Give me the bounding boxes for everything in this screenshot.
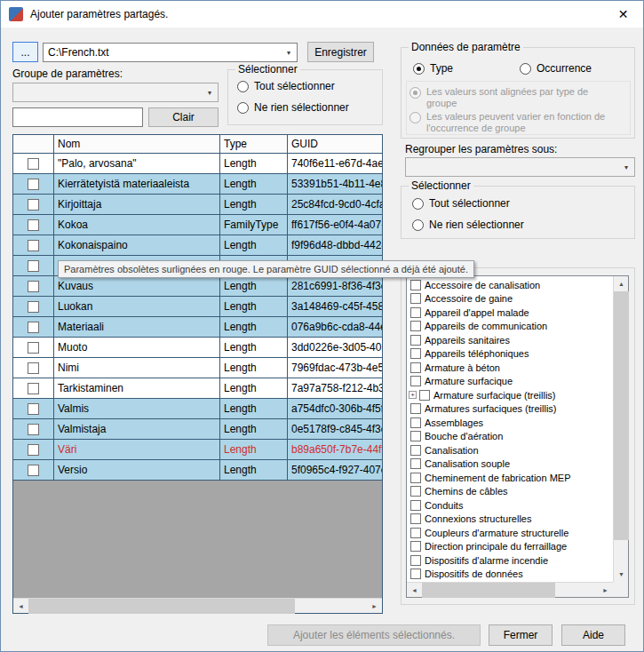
scroll-left-icon[interactable]: ◄ [13, 599, 28, 614]
table-horizontal-scrollbar[interactable]: ◄ ► [13, 598, 382, 613]
row-checkbox[interactable] [28, 322, 39, 333]
table-row[interactable]: ValmistajaLength0e5178f9-c845-4f3c- [13, 419, 382, 440]
category-item[interactable]: +Armature surfacique (treillis) [407, 388, 613, 402]
chevron-down-icon[interactable]: ▾ [281, 44, 297, 61]
column-header-type[interactable]: Type [220, 135, 288, 153]
table-row[interactable]: "Palo, arvosana"Length740f6e11-e67d-4ae7 [13, 154, 382, 174]
category-item[interactable]: Accessoire de gaine [407, 292, 613, 306]
file-path-combo[interactable]: C:\French.txt ▾ [43, 43, 298, 62]
category-checkbox[interactable] [410, 335, 421, 346]
category-checkbox[interactable] [410, 431, 421, 441]
table-row[interactable]: KokonaispainoLengthf9f96d48-dbbd-4424- [13, 235, 382, 256]
column-header-nom[interactable]: Nom [54, 135, 220, 153]
select-none-radio-left[interactable]: Ne rien sélectionner [237, 101, 349, 114]
scroll-right-icon[interactable]: ► [598, 583, 613, 598]
category-item[interactable]: Appareils sanitaires [407, 333, 613, 347]
category-item[interactable]: Appareils téléphoniques [407, 347, 613, 362]
category-item[interactable]: Canalisation [407, 443, 613, 457]
expand-icon[interactable]: + [409, 391, 417, 399]
category-checkbox[interactable] [410, 362, 421, 373]
category-item[interactable]: Dispositifs de données [407, 568, 613, 582]
row-checkbox[interactable] [28, 424, 39, 435]
row-checkbox[interactable] [28, 465, 39, 476]
table-row[interactable]: LuokanLength3a148469-c45f-458a [13, 297, 382, 317]
category-checkbox[interactable] [410, 403, 421, 414]
category-checkbox[interactable] [410, 486, 421, 497]
category-checkbox[interactable] [410, 569, 421, 579]
category-checkbox[interactable] [410, 348, 421, 359]
row-checkbox[interactable] [28, 444, 39, 456]
row-checkbox[interactable] [28, 219, 39, 231]
table-row[interactable]: MateriaaliLength076a9b6c-cda8-44e8 [13, 317, 382, 338]
row-checkbox[interactable] [28, 281, 39, 292]
row-checkbox[interactable] [28, 301, 39, 313]
chevron-down-icon[interactable]: ▾ [618, 158, 634, 176]
scrollbar-thumb[interactable] [422, 583, 555, 598]
close-dialog-button[interactable]: Fermer [489, 624, 553, 646]
table-row[interactable]: NimiLength7969fdac-473b-4e59 [13, 358, 382, 378]
category-item[interactable]: Canalisation souple [407, 457, 613, 472]
table-row[interactable]: MuotoLength3dd0226e-3d05-402a [13, 338, 382, 358]
row-checkbox[interactable] [28, 383, 39, 394]
save-button[interactable]: Enregistrer [307, 42, 374, 62]
clear-button[interactable]: Clair [148, 107, 219, 127]
radio-icon[interactable] [412, 219, 424, 231]
category-checkbox[interactable] [410, 555, 421, 566]
category-item[interactable]: Coupleurs d'armature structurelle [407, 526, 613, 540]
radio-icon[interactable] [237, 102, 249, 114]
categories-horizontal-scrollbar[interactable]: ◄ ► [407, 582, 613, 597]
category-item[interactable]: Bouche d'aération [407, 430, 613, 444]
category-checkbox[interactable] [410, 445, 421, 456]
scroll-up-icon[interactable]: ▲ [614, 276, 629, 291]
category-checkbox[interactable] [410, 321, 421, 331]
category-item[interactable]: Direction principale du ferraillage [407, 540, 613, 554]
table-row[interactable]: KirjoittajaLength25c84fcd-9cd0-4cfa- [13, 195, 382, 215]
table-row[interactable]: ValmisLengtha754dfc0-306b-4f5f-b [13, 399, 382, 419]
category-checkbox[interactable] [410, 376, 421, 386]
table-row[interactable]: KuvausLength281c6991-8f36-4f3e [13, 276, 382, 297]
category-item[interactable]: Assemblages [407, 416, 613, 430]
category-item[interactable]: Appareils de communication [407, 320, 613, 334]
scroll-down-icon[interactable]: ▼ [614, 567, 629, 582]
table-row[interactable]: Kierrätetyistä materiaaleistaLength53391… [13, 174, 382, 195]
category-item[interactable]: Chemins de câbles [407, 485, 613, 499]
radio-checked-icon[interactable] [413, 63, 425, 75]
radio-icon[interactable] [520, 63, 531, 75]
category-item[interactable]: Conduits [407, 498, 613, 513]
browse-button[interactable]: ... [12, 42, 38, 62]
row-checkbox[interactable] [28, 260, 39, 272]
row-checkbox[interactable] [28, 403, 39, 415]
scrollbar-thumb[interactable] [28, 599, 295, 614]
chevron-down-icon[interactable]: ▾ [202, 83, 218, 101]
category-item[interactable]: Armature surfacique [407, 375, 613, 389]
select-all-radio-left[interactable]: Tout sélectionner [237, 80, 335, 92]
category-item[interactable]: Armatures surfaciques (treillis) [407, 402, 613, 417]
parameter-group-combo[interactable]: ▾ [12, 83, 219, 102]
category-checkbox[interactable] [410, 417, 421, 428]
type-radio[interactable]: Type [413, 62, 453, 75]
table-row[interactable]: KokoaFamilyTypeff617f56-e0f4-4a07-a [13, 215, 382, 235]
scroll-right-icon[interactable]: ► [367, 599, 382, 614]
category-checkbox[interactable] [410, 528, 421, 538]
add-selected-button[interactable]: Ajouter les éléments sélectionnés. [267, 624, 481, 646]
category-item[interactable]: Dispositifs d'alarme incendie [407, 553, 613, 568]
select-none-radio-right[interactable]: Ne rien sélectionner [412, 219, 524, 231]
category-checkbox[interactable] [410, 473, 421, 483]
category-item[interactable]: Cheminement de fabrication MEP [407, 471, 613, 485]
radio-icon[interactable] [237, 81, 249, 92]
category-checkbox[interactable] [410, 541, 421, 552]
row-checkbox[interactable] [28, 179, 39, 190]
table-row[interactable]: TarkistaminenLength7a97a758-f212-4b3d [13, 378, 382, 399]
row-checkbox[interactable] [28, 362, 39, 374]
column-header-guid[interactable]: GUID [288, 135, 382, 153]
category-checkbox[interactable] [410, 307, 421, 318]
table-row[interactable]: VäriLengthb89a650f-7b7e-44ff-a [13, 440, 382, 460]
close-button[interactable]: ✕ [603, 1, 643, 28]
regroup-combo[interactable]: ▾ [405, 157, 635, 177]
category-checkbox[interactable] [410, 513, 421, 524]
scroll-left-icon[interactable]: ◄ [407, 583, 422, 598]
radio-icon[interactable] [412, 198, 424, 210]
row-checkbox[interactable] [28, 199, 39, 211]
help-button[interactable]: Aide [561, 624, 625, 646]
row-checkbox[interactable] [28, 158, 39, 170]
